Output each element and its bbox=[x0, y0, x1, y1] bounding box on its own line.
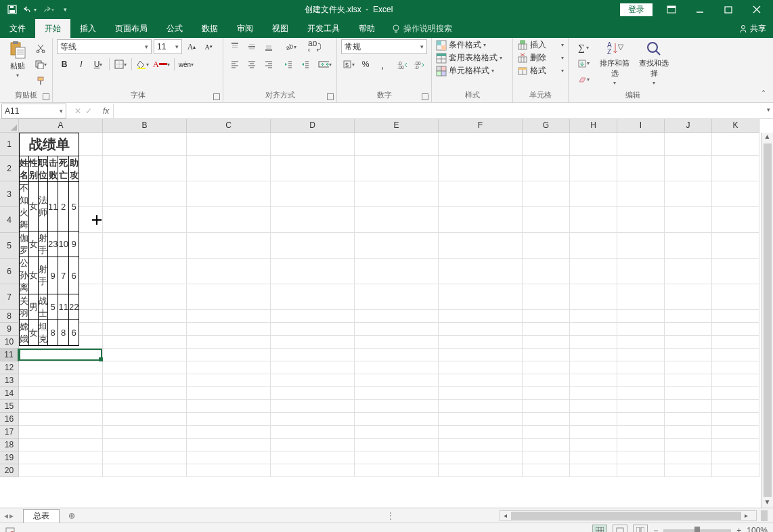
cell[interactable] bbox=[439, 181, 523, 207]
zoom-level[interactable]: 100% bbox=[747, 526, 768, 533]
cell[interactable] bbox=[187, 207, 271, 233]
font-size-combo[interactable]: 11▾ bbox=[154, 39, 182, 54]
cell[interactable] bbox=[271, 413, 355, 426]
cell[interactable] bbox=[712, 310, 759, 323]
increase-indent-icon[interactable] bbox=[298, 57, 313, 72]
cell[interactable] bbox=[355, 451, 439, 464]
cell[interactable] bbox=[103, 387, 187, 400]
cell[interactable] bbox=[712, 207, 759, 233]
enter-formula-icon[interactable]: ✓ bbox=[85, 106, 92, 116]
sheet-nav-prev-icon[interactable]: ◂ bbox=[4, 511, 8, 520]
cell[interactable] bbox=[617, 349, 665, 361]
cell[interactable] bbox=[19, 361, 103, 374]
decrease-decimal-icon[interactable]: .00.0 bbox=[412, 57, 427, 72]
cell[interactable] bbox=[271, 374, 355, 387]
col-header[interactable]: E bbox=[355, 119, 439, 133]
cell[interactable] bbox=[439, 374, 523, 387]
cell[interactable] bbox=[617, 400, 665, 413]
cell[interactable] bbox=[570, 400, 617, 413]
cell[interactable] bbox=[19, 400, 103, 413]
cell[interactable] bbox=[271, 310, 355, 323]
cell[interactable] bbox=[570, 451, 617, 464]
cell[interactable] bbox=[103, 181, 187, 207]
align-top-icon[interactable] bbox=[227, 39, 242, 54]
cell[interactable] bbox=[617, 181, 665, 207]
cell[interactable] bbox=[187, 464, 271, 477]
cell[interactable] bbox=[103, 336, 187, 349]
row-header[interactable]: 10 bbox=[0, 336, 19, 349]
cell[interactable] bbox=[523, 439, 570, 451]
sort-filter-button[interactable]: AZ 排序和筛选▾ bbox=[596, 39, 634, 87]
cell[interactable] bbox=[355, 374, 439, 387]
dialog-launcher-icon[interactable] bbox=[422, 93, 428, 100]
cell[interactable] bbox=[439, 207, 523, 233]
cell[interactable] bbox=[187, 336, 271, 349]
cell[interactable] bbox=[187, 451, 271, 464]
cell[interactable] bbox=[439, 413, 523, 426]
merge-center-icon[interactable]: ▾ bbox=[317, 57, 332, 72]
percent-icon[interactable]: % bbox=[358, 57, 373, 72]
cell[interactable] bbox=[570, 336, 617, 349]
cell[interactable] bbox=[617, 259, 665, 284]
cell[interactable] bbox=[187, 181, 271, 207]
align-bottom-icon[interactable] bbox=[261, 39, 276, 54]
cell[interactable] bbox=[187, 133, 271, 156]
login-button[interactable]: 登录 bbox=[620, 3, 653, 16]
cell[interactable] bbox=[712, 464, 759, 477]
cell[interactable] bbox=[570, 323, 617, 336]
cell[interactable] bbox=[271, 284, 355, 310]
cell[interactable] bbox=[570, 133, 617, 156]
col-header[interactable]: G bbox=[523, 119, 570, 133]
cell[interactable] bbox=[523, 284, 570, 310]
cell[interactable] bbox=[19, 374, 103, 387]
cell[interactable] bbox=[523, 413, 570, 426]
cell[interactable] bbox=[187, 259, 271, 284]
cell[interactable] bbox=[712, 349, 759, 361]
col-header[interactable]: C bbox=[187, 119, 271, 133]
cell[interactable] bbox=[439, 361, 523, 374]
row-header[interactable]: 4 bbox=[0, 207, 19, 233]
new-sheet-icon[interactable]: ⊕ bbox=[65, 509, 79, 523]
cell[interactable] bbox=[355, 207, 439, 233]
cell[interactable] bbox=[355, 361, 439, 374]
cell[interactable] bbox=[617, 207, 665, 233]
undo-icon[interactable]: ▾ bbox=[22, 2, 38, 17]
page-layout-view-icon[interactable] bbox=[613, 525, 627, 533]
zoom-slider[interactable] bbox=[663, 529, 731, 532]
split-handle-icon[interactable] bbox=[761, 510, 768, 521]
cell[interactable] bbox=[271, 451, 355, 464]
sheet-tab[interactable]: 总表 bbox=[23, 509, 60, 523]
cell[interactable] bbox=[271, 361, 355, 374]
cell[interactable] bbox=[712, 451, 759, 464]
cell[interactable] bbox=[712, 336, 759, 349]
comma-icon[interactable]: , bbox=[375, 57, 390, 72]
tab-split-handle-icon[interactable]: ⋮ bbox=[386, 511, 395, 520]
select-all-corner[interactable] bbox=[0, 119, 19, 133]
cell[interactable] bbox=[187, 156, 271, 181]
cell[interactable] bbox=[523, 310, 570, 323]
cell[interactable] bbox=[712, 413, 759, 426]
cell[interactable] bbox=[617, 361, 665, 374]
cell[interactable] bbox=[187, 323, 271, 336]
cell[interactable] bbox=[617, 413, 665, 426]
cell[interactable] bbox=[439, 284, 523, 310]
vertical-scrollbar[interactable]: ▲▼ bbox=[761, 133, 773, 508]
ribbon-tab-2[interactable]: 插入 bbox=[70, 19, 106, 38]
cell[interactable] bbox=[523, 451, 570, 464]
cell[interactable] bbox=[439, 387, 523, 400]
cell[interactable] bbox=[617, 284, 665, 310]
cell[interactable] bbox=[19, 426, 103, 439]
cell[interactable] bbox=[271, 426, 355, 439]
cell[interactable] bbox=[187, 284, 271, 310]
fx-label[interactable]: fx bbox=[99, 106, 113, 116]
cell[interactable] bbox=[187, 361, 271, 374]
col-header[interactable]: I bbox=[617, 119, 665, 133]
increase-decimal-icon[interactable]: .0.00 bbox=[395, 57, 410, 72]
col-header[interactable]: J bbox=[665, 119, 712, 133]
cell[interactable] bbox=[187, 374, 271, 387]
cell[interactable] bbox=[19, 387, 103, 400]
cell[interactable] bbox=[617, 156, 665, 181]
cell[interactable] bbox=[570, 426, 617, 439]
ribbon-tab-8[interactable]: 开发工具 bbox=[298, 19, 349, 38]
cell[interactable] bbox=[523, 207, 570, 233]
